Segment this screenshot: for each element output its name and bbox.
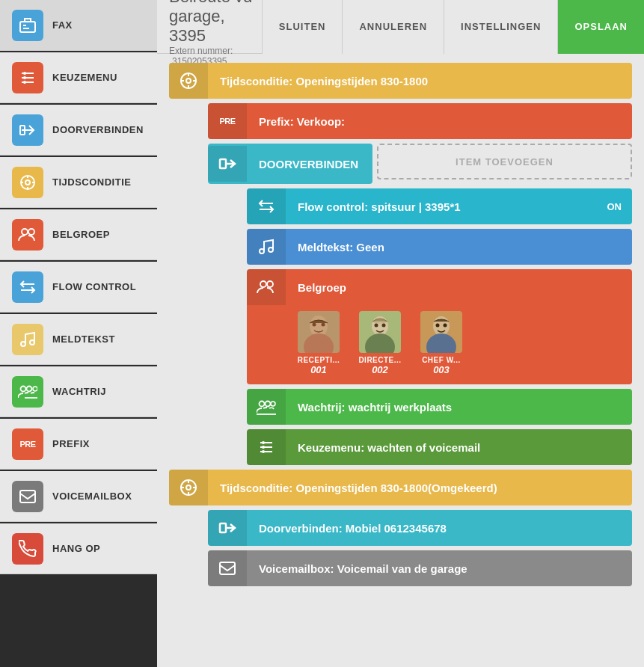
fax-icon	[12, 10, 43, 41]
flow-control-icon	[247, 188, 286, 224]
sidebar-item-hangop[interactable]: HANG OP	[0, 523, 157, 574]
sidebar-item-fax[interactable]: FAX	[0, 0, 157, 51]
svg-point-35	[310, 316, 328, 336]
svg-point-21	[27, 386, 32, 391]
svg-point-53	[262, 441, 265, 444]
sidebar-label-belgroep: BELGROEP	[52, 229, 110, 240]
doorverbinden-label: DOORVERBINDEN	[247, 149, 372, 179]
sidebar-item-flowcontrol[interactable]: FLOW CONTROL	[0, 262, 157, 313]
wacht-icon	[12, 376, 43, 408]
sidebar-label-meld: MELDTEKST	[52, 334, 115, 345]
svg-point-7	[23, 76, 26, 79]
member-1: RECEPTI... 001	[292, 311, 346, 375]
svg-point-49	[271, 402, 275, 406]
svg-point-45	[436, 324, 440, 328]
header: Belroute vd garage, 3395 Extern nummer: …	[157, 0, 644, 54]
svg-point-34	[267, 281, 273, 287]
flow-content: Tijdsconditie: Openingstijden 830-1800 P…	[157, 54, 644, 667]
sidebar-item-prefix[interactable]: PRE PREFIX	[0, 419, 157, 470]
tijdsconditie-1-item[interactable]: Tijdsconditie: Openingstijden 830-1800	[169, 63, 632, 99]
belgroep-header[interactable]: Belgroep	[247, 269, 632, 305]
keuze-icon	[12, 62, 43, 93]
wachtrij-icon	[247, 389, 286, 425]
svg-point-33	[260, 281, 266, 287]
member-2: DIRECTE... 002	[353, 311, 407, 375]
annuleren-button[interactable]: ANNULEREN	[342, 0, 444, 54]
sidebar-item-meldtekst[interactable]: MELDTEKST	[0, 314, 157, 365]
svg-point-8	[23, 81, 26, 84]
svg-point-31	[260, 249, 264, 253]
tijd-icon	[12, 167, 43, 198]
sidebar-item-doorverbinden[interactable]: DOORVERBINDEN	[0, 105, 157, 156]
svg-point-57	[186, 485, 191, 490]
voice-icon	[12, 481, 43, 512]
sidebar-item-wachtrij[interactable]: WACHTRIJ	[0, 366, 157, 417]
add-item-label: ITEM TOEVOEGEN	[456, 156, 553, 167]
opslaan-button[interactable]: OPSLAAN	[557, 0, 644, 54]
meldtekst-item[interactable]: Meldtekst: Geen	[247, 229, 632, 265]
belgroep-item[interactable]: Belgroep RECEPTI...	[247, 269, 632, 384]
voicemailbox-icon	[208, 550, 247, 586]
svg-point-16	[22, 229, 28, 235]
prefix-item[interactable]: PRE Prefix: Verkoop:	[208, 103, 632, 139]
hang-icon	[12, 533, 43, 565]
meld-icon	[12, 324, 43, 355]
svg-point-47	[260, 402, 265, 407]
svg-point-54	[262, 446, 265, 449]
sidebar: FAX KEUZEMENU DOORVERBINDEN	[0, 0, 157, 667]
svg-point-55	[262, 450, 265, 453]
instellingen-button[interactable]: INSTELLINGEN	[444, 0, 557, 54]
svg-point-42	[382, 324, 386, 328]
keuzemenu-icon	[247, 429, 286, 465]
sidebar-item-tijdsconditie[interactable]: TIJDSCONDITIE	[0, 157, 157, 208]
wachtrij-item[interactable]: Wachtrij: wachtrij werkplaats	[247, 389, 632, 425]
page-title: Belroute vd garage, 3395	[169, 0, 262, 46]
wachtrij-label: Wachtrij: wachtrij werkplaats	[286, 392, 632, 422]
tijdsconditie-2-item[interactable]: Tijdsconditie: Openingstijden 830-1800(O…	[169, 470, 632, 505]
keuzemenu-item[interactable]: Keuzemenu: wachten of voicemail	[247, 429, 632, 465]
member-3: CHEF W... 003	[414, 311, 468, 375]
voicemailbox-item[interactable]: Voicemailbox: Voicemail van de garage	[208, 550, 632, 586]
svg-rect-63	[220, 562, 235, 574]
svg-point-17	[28, 229, 34, 235]
member-2-num: 002	[372, 364, 388, 375]
svg-rect-23	[20, 491, 35, 502]
sidebar-label-door: DOORVERBINDEN	[52, 124, 144, 135]
sidebar-item-keuzemenu[interactable]: KEUZEMENU	[0, 52, 157, 103]
belgroep-name: Belgroep	[286, 272, 632, 303]
tijdsconditie-1-icon	[169, 63, 208, 99]
tijdsconditie-1-label: Tijdsconditie: Openingstijden 830-1800	[208, 66, 632, 96]
member-1-avatar	[298, 311, 340, 353]
sluiten-button[interactable]: SLUITEN	[262, 0, 343, 54]
svg-point-32	[269, 248, 273, 252]
sidebar-item-belgroep[interactable]: BELGROEP	[0, 209, 157, 260]
svg-point-6	[23, 72, 26, 75]
sidebar-item-voicemailbox[interactable]: VOICEMAILBOX	[0, 471, 157, 522]
prefix-icon: PRE	[12, 428, 43, 460]
sidebar-label-fax: FAX	[52, 19, 73, 31]
flow-control-item[interactable]: Flow control: spitsuur | 3395*1 ON	[247, 188, 632, 224]
sidebar-label-hang: HANG OP	[52, 543, 100, 554]
prefix-label: Prefix: Verkoop:	[247, 106, 632, 137]
flow-icon	[12, 271, 43, 303]
belgroep-item-icon	[247, 269, 286, 305]
meldtekst-icon	[247, 229, 286, 265]
sidebar-label-tijd: TIJDSCONDITIE	[52, 176, 131, 188]
add-item[interactable]: ITEM TOEVOEGEN	[377, 144, 632, 179]
voicemailbox-label: Voicemailbox: Voicemail van de garage	[247, 553, 632, 584]
tijdsconditie-2-icon	[169, 470, 208, 505]
flow-control-label: Flow control: spitsuur | 3395*1	[286, 191, 597, 222]
svg-point-25	[186, 79, 191, 83]
sidebar-label-voice: VOICEMAILBOX	[52, 491, 132, 502]
svg-rect-0	[20, 22, 35, 32]
doorverbinden-2-item[interactable]: Doorverbinden: Mobiel 0612345678	[208, 510, 632, 546]
member-2-avatar	[359, 311, 401, 353]
svg-point-40	[365, 334, 395, 353]
svg-rect-62	[220, 523, 226, 532]
svg-point-46	[444, 324, 447, 328]
svg-point-38	[322, 323, 325, 327]
svg-point-20	[21, 386, 26, 391]
doorverbinden-item[interactable]: DOORVERBINDEN	[208, 144, 372, 184]
member-1-num: 001	[310, 364, 327, 375]
member-3-avatar	[420, 311, 462, 353]
